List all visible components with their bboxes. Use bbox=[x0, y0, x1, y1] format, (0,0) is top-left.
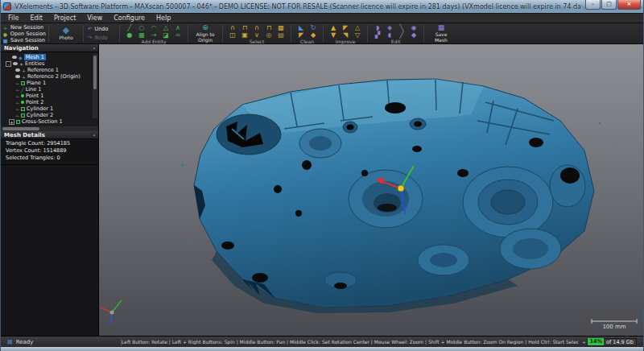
menu-project[interactable]: Project bbox=[48, 14, 81, 23]
menu-view[interactable]: View bbox=[81, 14, 108, 23]
add-polyline-icon[interactable]: ∧ bbox=[172, 24, 184, 31]
clean-outliers-icon[interactable]: ◣ bbox=[295, 24, 307, 31]
select-through-icon[interactable]: ⊓ bbox=[239, 24, 250, 31]
clean-holes-icon[interactable]: ◆ bbox=[308, 31, 319, 39]
clean-spikes-icon[interactable]: ◤ bbox=[295, 31, 307, 39]
hidden-eye-icon[interactable]: ∼ bbox=[15, 87, 19, 93]
select-all-icon[interactable]: ▤ bbox=[275, 31, 287, 39]
viewport-3d[interactable]: 100 mm bbox=[99, 44, 643, 336]
select-visible-icon[interactable]: ∩ bbox=[227, 24, 238, 31]
edit-mirror-icon[interactable]: ◖ bbox=[384, 31, 395, 39]
edit-merge-icon[interactable]: ◈ bbox=[384, 24, 395, 31]
visibility-eye-icon[interactable] bbox=[15, 75, 20, 78]
tree-item-reference-1[interactable]: + Reference 1 bbox=[1, 67, 98, 73]
tree-item-label: Cylinder 2 bbox=[27, 112, 53, 118]
improve-boundary-icon[interactable]: ▽ bbox=[352, 31, 363, 39]
improve-decimate-icon[interactable]: ▼ bbox=[328, 31, 339, 39]
add-facet-icon[interactable]: ◪ bbox=[160, 31, 171, 39]
redo-button[interactable]: ↷ Redo bbox=[88, 35, 118, 42]
tree-item-entities[interactable]: - ∗ Entities bbox=[1, 60, 98, 67]
minimize-button[interactable]: – bbox=[585, 0, 601, 10]
menu-edit[interactable]: Edit bbox=[24, 14, 48, 23]
menu-configure[interactable]: Configure bbox=[108, 14, 151, 23]
add-sphere-icon[interactable]: ● bbox=[124, 31, 135, 39]
hidden-eye-icon[interactable]: ∼ bbox=[15, 113, 19, 118]
improve-smooth-icon[interactable]: ◤ bbox=[340, 24, 351, 31]
select-connected-icon[interactable]: ∨ bbox=[251, 31, 262, 39]
selected-triangles-label: Selected Triangles: bbox=[6, 155, 55, 161]
tree-horizontal-scrollbar[interactable] bbox=[1, 126, 98, 131]
hidden-eye-icon[interactable]: ∼ bbox=[15, 93, 19, 99]
visibility-eye-icon[interactable] bbox=[13, 62, 18, 65]
tree-item-plane-1[interactable]: ∼ Plane 1 bbox=[1, 80, 98, 86]
add-line-icon[interactable]: ╱ bbox=[124, 24, 135, 31]
scrollbar-thumb[interactable] bbox=[2, 127, 39, 130]
expander-expand-icon[interactable]: + bbox=[9, 119, 14, 125]
edit-plane-cut-icon[interactable]: ╱ bbox=[396, 31, 407, 39]
select-checker-icon[interactable]: ▩ bbox=[275, 24, 287, 31]
viewport-canvas[interactable]: 100 mm bbox=[99, 44, 643, 336]
edit-flip-icon[interactable]: ▞ bbox=[372, 31, 383, 39]
edit-defeature-icon[interactable]: ◆ bbox=[408, 31, 419, 39]
triangle-count-label: Triangle Count: bbox=[6, 140, 45, 147]
improve-sharpen-icon[interactable]: ◥ bbox=[340, 31, 351, 39]
mesh-details-collapse-button[interactable]: ▪ bbox=[93, 132, 95, 138]
tree-item-reference-2[interactable]: + Reference 2 (Origin) bbox=[1, 73, 98, 80]
select-rectangle-icon[interactable]: ◫ bbox=[227, 31, 238, 39]
save-mesh-button[interactable]: ▦ Save Mesh bbox=[425, 23, 457, 43]
main-area: Navigation ▪ ◆ Mesh 1 - ∗ Entities bbox=[1, 44, 643, 336]
tree-item-cylinder-1[interactable]: ∼ Cylinder 1 bbox=[1, 105, 98, 112]
new-session-button[interactable]: + New Session bbox=[2, 24, 46, 31]
open-session-button[interactable]: ● Open Session bbox=[2, 31, 46, 37]
tree-item-cylinder-2[interactable]: ∼ Cylinder 2 bbox=[1, 112, 98, 118]
select-lasso-icon[interactable]: ⊓ bbox=[263, 24, 275, 31]
tree-vertical-scrollbar[interactable] bbox=[93, 54, 97, 118]
hidden-eye-icon[interactable]: ∼ bbox=[15, 100, 19, 105]
scrollbar-thumb[interactable] bbox=[93, 56, 97, 89]
mouse-help-text: Left Button: Rotate | Left + Right Butto… bbox=[122, 339, 579, 345]
edit-extract-icon[interactable]: ◉ bbox=[408, 24, 419, 31]
menu-help[interactable]: Help bbox=[151, 14, 176, 23]
save-session-button[interactable]: ■ Save Session bbox=[2, 37, 46, 43]
app-window: VXelements - 3D Software Platform - MAXs… bbox=[0, 0, 644, 351]
add-cone-icon[interactable]: △ bbox=[160, 24, 171, 31]
add-vector-icon[interactable]: → bbox=[148, 31, 159, 39]
clean-wizard-icon[interactable]: ↻ bbox=[308, 24, 319, 31]
photo-button[interactable]: ◆ Photo bbox=[50, 23, 82, 43]
cylinder-icon bbox=[21, 114, 25, 118]
new-session-icon: + bbox=[2, 25, 8, 31]
add-arc-icon[interactable]: ◠ bbox=[148, 24, 159, 31]
vertex-count-row: Vertex Count: 1514889 bbox=[6, 147, 98, 155]
close-button[interactable]: × bbox=[617, 0, 641, 10]
tree-item-point-1[interactable]: ∼ Point 1 bbox=[1, 93, 98, 99]
tree-item-point-2[interactable]: ∼ Point 2 bbox=[1, 99, 98, 105]
point-icon bbox=[21, 94, 24, 97]
add-plane-icon[interactable]: ▦ bbox=[136, 31, 147, 39]
tree-item-label: Mesh 1 bbox=[24, 54, 46, 60]
improve-fill-holes-icon[interactable]: ▲ bbox=[328, 24, 339, 31]
visibility-eye-icon[interactable] bbox=[12, 56, 17, 59]
toolbar-group-add-entity: ╱ ○ ◠ △ ∧ ● ▦ → ◪ ≈ Add Entity bbox=[121, 23, 187, 43]
maximize-button[interactable]: □ bbox=[601, 0, 617, 10]
edit-bridge-icon[interactable]: ◗ bbox=[372, 24, 383, 31]
memory-collapse-icon[interactable]: ◂ bbox=[582, 339, 584, 345]
triangle-count-row: Triangle Count: 2954185 bbox=[6, 140, 98, 147]
menu-file[interactable]: File bbox=[2, 14, 24, 23]
select-brush-icon[interactable]: ∩ bbox=[251, 24, 262, 31]
undo-button[interactable]: ↶ Undo bbox=[88, 26, 118, 33]
add-circle-icon[interactable]: ○ bbox=[136, 24, 147, 31]
tree-item-line-1[interactable]: ∼ ╱ Line 1 bbox=[1, 86, 98, 93]
hidden-eye-icon[interactable]: ∼ bbox=[15, 81, 19, 86]
tree-item-cross-section-1[interactable]: + Cross-Section 1 bbox=[1, 118, 98, 125]
visibility-eye-icon[interactable] bbox=[15, 68, 20, 72]
edit-cut-icon[interactable]: ╲ bbox=[396, 24, 407, 31]
align-to-origin-button[interactable]: ⊕ Align to Origin bbox=[189, 23, 221, 43]
improve-refine-icon[interactable]: △ bbox=[352, 24, 363, 31]
tree-item-mesh-1[interactable]: ◆ Mesh 1 bbox=[1, 54, 98, 60]
add-cross-section-icon[interactable]: ≈ bbox=[172, 31, 184, 39]
navigation-collapse-button[interactable]: ▪ bbox=[93, 45, 95, 52]
select-boundary-icon[interactable]: ▣ bbox=[239, 31, 250, 39]
expander-collapse-icon[interactable]: - bbox=[6, 61, 11, 67]
select-spline-icon[interactable]: ◎ bbox=[263, 31, 275, 39]
hidden-eye-icon[interactable]: ∼ bbox=[15, 106, 19, 112]
